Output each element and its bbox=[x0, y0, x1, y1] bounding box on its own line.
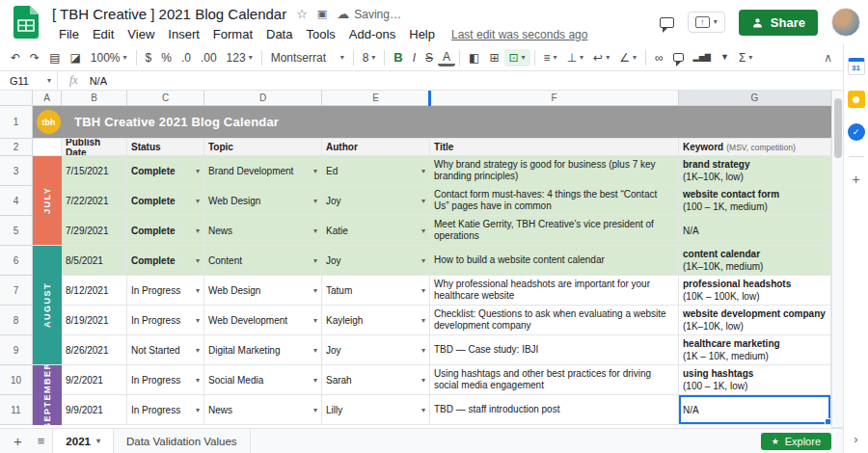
header-title[interactable]: Title bbox=[430, 139, 679, 156]
strikethrough-icon[interactable]: S bbox=[420, 49, 438, 67]
publish-date-cell[interactable]: 7/15/2021 bbox=[62, 156, 127, 186]
topic-dropdown-cell[interactable]: Social Media bbox=[204, 365, 322, 395]
text-wrap-button[interactable]: ↩ ▾ bbox=[588, 49, 614, 67]
status-dropdown-cell[interactable]: Complete bbox=[127, 246, 204, 276]
present-to-meeting-button[interactable]: ↑ ▾ bbox=[688, 12, 725, 33]
vertical-scrollbar[interactable] bbox=[831, 91, 843, 428]
sheets-logo[interactable] bbox=[0, 0, 52, 44]
avatar[interactable] bbox=[831, 8, 860, 37]
title-cell[interactable]: Meet Katie Gerrity, TBH Creative’s vice … bbox=[430, 216, 679, 246]
formula-input[interactable]: N/A bbox=[90, 75, 107, 87]
header-author[interactable]: Author bbox=[322, 139, 430, 156]
title-cell[interactable]: Checklist: Questions to ask when evaluat… bbox=[430, 306, 679, 335]
publish-date-cell[interactable]: 8/5/2021 bbox=[62, 246, 127, 276]
keyword-cell[interactable]: brand strategy (1K–10K, low) bbox=[679, 156, 831, 186]
format-currency-icon[interactable]: $ bbox=[141, 49, 157, 67]
paint-format-icon[interactable]: ◪ bbox=[65, 49, 85, 67]
author-dropdown-cell[interactable]: Sarah bbox=[322, 365, 430, 395]
author-dropdown-cell[interactable]: Katie bbox=[322, 216, 430, 246]
header-status[interactable]: Status bbox=[127, 139, 204, 156]
topic-dropdown-cell[interactable]: Web Design bbox=[204, 276, 322, 306]
status-dropdown-cell[interactable]: In Progress bbox=[127, 395, 204, 425]
undo-icon[interactable]: ↶ bbox=[6, 49, 25, 67]
title-cell[interactable]: TBD — staff introduction post bbox=[430, 395, 679, 425]
insert-link-icon[interactable]: ∞ bbox=[650, 49, 668, 67]
keyword-cell[interactable]: website contact form (100 – 1K, medium) bbox=[679, 186, 831, 216]
status-dropdown-cell[interactable]: In Progress bbox=[127, 306, 204, 335]
topic-dropdown-cell[interactable]: News bbox=[204, 216, 322, 246]
move-folder-icon[interactable]: ▣ bbox=[317, 9, 327, 19]
keyword-cell[interactable]: healthcare marketing (1K – 10K, medium) bbox=[679, 335, 831, 365]
increase-decimal-icon[interactable]: .00 bbox=[196, 49, 222, 67]
title-cell[interactable]: Contact form must-haves: 4 things the be… bbox=[430, 186, 679, 216]
author-dropdown-cell[interactable]: Ed bbox=[322, 156, 430, 186]
status-dropdown-cell[interactable]: In Progress bbox=[127, 276, 204, 306]
menu-edit[interactable]: Edit bbox=[86, 27, 121, 41]
collapse-toolbar-icon[interactable]: ∧ bbox=[819, 49, 837, 67]
row-header-1[interactable]: 1 bbox=[0, 106, 33, 139]
print-icon[interactable]: ▤ bbox=[44, 49, 65, 67]
tasks-icon[interactable]: ✓ bbox=[848, 123, 865, 141]
comment-history-icon[interactable] bbox=[660, 17, 674, 28]
status-dropdown-cell[interactable]: Complete bbox=[127, 156, 204, 186]
author-dropdown-cell[interactable]: Kayleigh bbox=[322, 306, 430, 335]
publish-date-cell[interactable]: 8/26/2021 bbox=[62, 335, 127, 365]
star-icon[interactable]: ☆ bbox=[296, 8, 308, 20]
sheet-tab-2021[interactable]: 2021 ▾ bbox=[52, 429, 114, 453]
all-sheets-icon[interactable]: ≡ bbox=[30, 435, 53, 447]
row-header-10[interactable]: 10 bbox=[0, 365, 33, 395]
zoom-select[interactable]: 100% ▾ bbox=[86, 49, 132, 67]
column-header-d[interactable]: D bbox=[204, 91, 322, 106]
keyword-cell[interactable]: N/A bbox=[679, 216, 831, 246]
last-edit-link[interactable]: Last edit was seconds ago bbox=[451, 28, 587, 41]
menu-addons[interactable]: Add-ons bbox=[342, 27, 402, 41]
create-filter-icon[interactable]: ▼ bbox=[716, 50, 734, 65]
topic-dropdown-cell[interactable]: Web Design bbox=[204, 186, 322, 216]
column-header-b[interactable]: B bbox=[62, 91, 127, 106]
add-sheet-icon[interactable]: + bbox=[6, 434, 30, 448]
merge-cells-button[interactable]: ⊡ ▾ bbox=[504, 49, 530, 67]
share-button[interactable]: Share bbox=[739, 10, 818, 36]
column-header-e[interactable]: E bbox=[322, 91, 430, 106]
topic-dropdown-cell[interactable]: News bbox=[204, 395, 322, 425]
topic-dropdown-cell[interactable]: Digital Marketing bbox=[204, 335, 322, 365]
banner-cell[interactable]: tbh TBH Creative 2021 Blog Calendar bbox=[33, 106, 831, 139]
keyword-cell[interactable]: using hashtags (100 – 1K, low) bbox=[679, 365, 831, 395]
month-label-august[interactable]: AUGUST bbox=[33, 246, 62, 364]
font-size-select[interactable]: 8 ▾ bbox=[358, 49, 381, 67]
title-cell[interactable]: TBD — Case study: IBJI bbox=[430, 335, 679, 365]
scrollbar-thumb[interactable] bbox=[834, 98, 842, 158]
status-dropdown-cell[interactable]: In Progress bbox=[127, 365, 204, 395]
row-header-8[interactable]: 8 bbox=[0, 306, 33, 335]
document-title[interactable]: [ TBH Creative ] 2021 Blog Calendar bbox=[52, 6, 286, 22]
row-header-2[interactable]: 2 bbox=[0, 139, 33, 156]
publish-date-cell[interactable]: 9/2/2021 bbox=[62, 365, 127, 395]
column-header-g[interactable]: G bbox=[679, 91, 831, 106]
header-topic[interactable]: Topic bbox=[204, 139, 322, 156]
bold-icon[interactable]: B bbox=[389, 48, 407, 67]
decrease-decimal-icon[interactable]: .0 bbox=[176, 49, 196, 67]
text-rotation-button[interactable]: ∠ ▾ bbox=[614, 49, 641, 67]
menu-data[interactable]: Data bbox=[259, 27, 299, 41]
header-keyword[interactable]: Keyword (MSV, competition) bbox=[679, 139, 831, 156]
status-dropdown-cell[interactable]: Not Started bbox=[127, 335, 204, 365]
insert-comment-icon[interactable] bbox=[668, 50, 689, 65]
selected-cell-g11[interactable]: N/A bbox=[679, 395, 831, 425]
row-header-3[interactable]: 3 bbox=[0, 156, 33, 186]
topic-dropdown-cell[interactable]: Web Development bbox=[204, 306, 322, 335]
row-header-5[interactable]: 5 bbox=[0, 216, 33, 246]
title-cell[interactable]: How to build a website content calendar bbox=[430, 246, 679, 276]
keyword-cell[interactable]: website development company (1K–10K, low… bbox=[679, 306, 831, 335]
calendar-icon[interactable]: 31 bbox=[848, 58, 865, 75]
row-header-4[interactable]: 4 bbox=[0, 186, 33, 216]
publish-date-cell[interactable]: 7/29/2021 bbox=[62, 216, 127, 246]
publish-date-cell[interactable]: 9/9/2021 bbox=[62, 395, 127, 425]
name-box[interactable]: G11 ▾ bbox=[0, 71, 58, 90]
keep-icon[interactable] bbox=[848, 91, 865, 108]
cell-a2[interactable] bbox=[33, 139, 62, 156]
insert-chart-icon[interactable]: ▂▅▇ bbox=[689, 51, 716, 65]
author-dropdown-cell[interactable]: Tatum bbox=[322, 276, 430, 306]
vertical-align-button[interactable]: ⊥ ▾ bbox=[562, 49, 588, 67]
row-header-6[interactable]: 6 bbox=[0, 246, 33, 276]
menu-help[interactable]: Help bbox=[402, 27, 442, 41]
